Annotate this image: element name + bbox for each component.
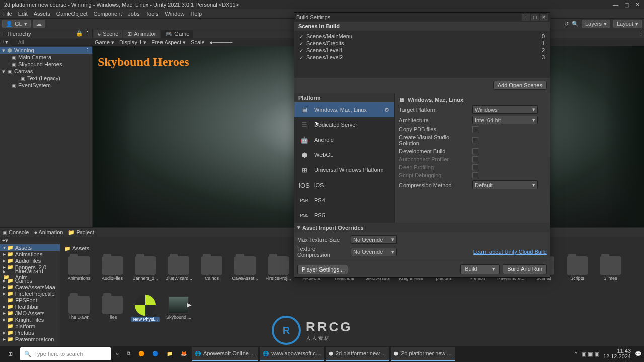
menu-assets[interactable]: Assets xyxy=(34,11,50,17)
taskbar-taskview[interactable]: ⧉ xyxy=(124,347,133,361)
max-tex-dropdown[interactable]: No Override▾ xyxy=(351,235,397,244)
platform-windows[interactable]: 🖥Windows, Mac, Linux⚙ xyxy=(294,102,394,117)
platform-server[interactable]: ☰Dedicated Server xyxy=(294,117,394,132)
scale-slider[interactable]: ●───── xyxy=(210,39,233,45)
bw-menu-icon[interactable]: ⋮ xyxy=(522,14,530,21)
asset-item[interactable]: Slimes xyxy=(596,254,625,290)
game-mode-dropdown[interactable]: Game ▾ xyxy=(95,39,114,46)
cloud-button[interactable]: ☁ xyxy=(33,20,45,28)
hierarchy-item[interactable]: ▣EventSystem xyxy=(0,82,92,89)
taskbar-app-chrome[interactable]: 🌐 www.apowersoft.c... xyxy=(260,347,324,361)
hierarchy-item[interactable]: ▣Main Camera xyxy=(0,54,92,61)
taskbar-search[interactable]: 🔍Type here to search xyxy=(20,347,111,360)
taskbar-app[interactable]: 🔵 xyxy=(149,347,162,361)
project-folder[interactable]: ▸ 📁 JMO Assets xyxy=(0,310,60,316)
arch-dropdown[interactable]: Intel 64-bit▾ xyxy=(472,116,538,124)
menu-help[interactable]: Help xyxy=(190,11,202,17)
menu-file[interactable]: File xyxy=(3,11,12,17)
add-open-scenes-button[interactable]: Add Open Scenes xyxy=(493,81,547,90)
project-folder[interactable]: ▸ 📁 CaveAssetsMaa xyxy=(0,284,60,290)
tabs-menu-icon[interactable]: ⋮ xyxy=(637,31,643,37)
menu-window[interactable]: Window xyxy=(165,11,184,17)
menu-edit[interactable]: Edit xyxy=(18,11,28,17)
menu-tools[interactable]: Tools xyxy=(146,11,159,17)
tab-scene[interactable]: #Scene xyxy=(94,30,122,38)
compress-dropdown[interactable]: Default▾ xyxy=(472,180,538,189)
taskbar-app-unity[interactable]: ⬢ 2d platformer new ... xyxy=(326,347,389,361)
gear-icon[interactable]: ⚙ xyxy=(384,107,389,113)
panel-menu-icon[interactable]: ⋮ xyxy=(85,30,90,36)
aspect-dropdown[interactable]: Free Aspect ▾ xyxy=(151,39,186,46)
menu-component[interactable]: Component xyxy=(93,11,122,17)
tab-game[interactable]: 🎮Game xyxy=(161,30,193,38)
checkbox-checked-icon[interactable]: ✓ xyxy=(299,41,303,46)
platform-android[interactable]: 🤖Android xyxy=(294,132,394,147)
platform-webgl[interactable]: ⬢WebGL xyxy=(294,147,394,162)
project-folder[interactable]: 📁 platform xyxy=(0,323,60,329)
target-dropdown[interactable]: Windows▾ xyxy=(472,105,538,114)
pdb-checkbox[interactable] xyxy=(472,126,478,132)
dev-checkbox[interactable] xyxy=(472,148,478,154)
checkbox-checked-icon[interactable]: ✓ xyxy=(299,34,303,39)
scene-row[interactable]: ▾ ⬢ Winning ⋮ xyxy=(0,47,92,54)
hierarchy-item[interactable]: ▾▣Canvas xyxy=(0,68,92,75)
platform-ios[interactable]: iOSiOS xyxy=(294,177,394,193)
maximize-icon[interactable]: ▢ xyxy=(624,2,629,8)
tab-project[interactable]: 📁 Project xyxy=(68,229,94,236)
tab-animation[interactable]: ● Animation xyxy=(34,229,63,235)
taskbar-app-chrome[interactable]: 🌐 Apowersoft Online ... xyxy=(192,347,258,361)
asset-item[interactable]: BlueWizard... xyxy=(164,254,193,290)
scene-row[interactable]: ✓Scenes/Credits1 xyxy=(294,40,550,47)
asset-item[interactable]: Banners_2... xyxy=(131,254,160,290)
scene-row[interactable]: ✓Scenes/MainMenu0 xyxy=(294,33,550,40)
vs-checkbox[interactable] xyxy=(472,137,478,143)
checkbox-checked-icon[interactable]: ✓ xyxy=(299,55,303,60)
tab-console[interactable]: ▣ Console xyxy=(2,229,29,236)
menu-jobs[interactable]: Jobs xyxy=(128,11,139,17)
build-and-run-button[interactable]: Build And Run xyxy=(503,264,547,274)
asset-item[interactable]: New Physi... xyxy=(131,294,160,329)
platform-uwp[interactable]: ⊞Universal Windows Platform xyxy=(294,162,394,177)
hierarchy-search[interactable] xyxy=(10,39,95,46)
tab-animator[interactable]: ⊞Animator xyxy=(123,30,160,38)
project-folder[interactable]: ▸ 📁 BlueWizard Anim xyxy=(0,270,60,277)
account-dropdown[interactable]: 👤 GL ▾ xyxy=(2,20,31,28)
bw-close-icon[interactable]: ✕ xyxy=(540,14,548,21)
expand-icon[interactable]: ▾ xyxy=(2,47,5,54)
platform-ps4[interactable]: PS4PS4 xyxy=(294,193,394,208)
taskbar-app[interactable]: 📁 xyxy=(164,347,176,361)
project-folder[interactable]: ▸ 📁 Healthbar xyxy=(0,303,60,310)
asset-item[interactable]: Tiles xyxy=(98,294,127,329)
asset-item[interactable]: Scripts xyxy=(562,254,592,290)
override-header[interactable]: ▾Asset Import Overrides xyxy=(294,223,550,232)
asset-item[interactable]: FireIceProj... xyxy=(264,254,293,290)
tray-chevron-icon[interactable]: ^ xyxy=(575,351,577,357)
taskbar-app[interactable]: 🟠 xyxy=(135,347,147,361)
asset-item[interactable]: The Dawn xyxy=(64,294,94,329)
bw-maximize-icon[interactable]: ▢ xyxy=(531,14,539,21)
player-settings-button[interactable]: Player Settings... xyxy=(297,265,348,274)
hierarchy-item[interactable]: ▣Skybound Heroes xyxy=(0,61,92,68)
menu-gameobject[interactable]: GameObject xyxy=(56,11,88,17)
asset-item[interactable]: Cainos xyxy=(197,254,226,290)
project-folder[interactable]: ▸ 📁 AudioFiles xyxy=(0,257,60,264)
project-folder[interactable]: ▸ 📁 Knight Files xyxy=(0,316,60,323)
minimize-icon[interactable]: — xyxy=(613,2,618,8)
build-button[interactable]: Build▾ xyxy=(460,264,500,274)
project-folder[interactable]: ▸ 📁 Prefabs xyxy=(0,329,60,336)
taskbar-cortana[interactable]: ○ xyxy=(113,347,122,361)
search-icon[interactable]: 🔍 xyxy=(572,21,579,27)
layout-dropdown[interactable]: Layout▾ xyxy=(613,20,642,28)
layers-dropdown[interactable]: Layers▾ xyxy=(582,20,610,28)
display-dropdown[interactable]: Display 1 ▾ xyxy=(119,39,146,46)
platform-ps5[interactable]: PS5PS5 xyxy=(294,208,394,223)
cloud-build-link[interactable]: Learn about Unity Cloud Build xyxy=(473,249,547,255)
hierarchy-item[interactable]: ▣Text (Legacy) xyxy=(0,75,92,82)
asset-item[interactable]: Skybound ... xyxy=(164,294,193,329)
close-icon[interactable]: ✕ xyxy=(635,2,640,8)
project-folder[interactable]: 📁 FPSFont xyxy=(0,297,60,303)
tex-comp-dropdown[interactable]: No Override▾ xyxy=(351,248,397,256)
undo-history-icon[interactable]: ↺ xyxy=(564,21,569,27)
panel-lock-icon[interactable]: 🔒 xyxy=(76,30,83,36)
system-tray[interactable]: ^ ▣ ▣ ▣ 11:43 12.12.2024 💬 xyxy=(575,348,642,359)
